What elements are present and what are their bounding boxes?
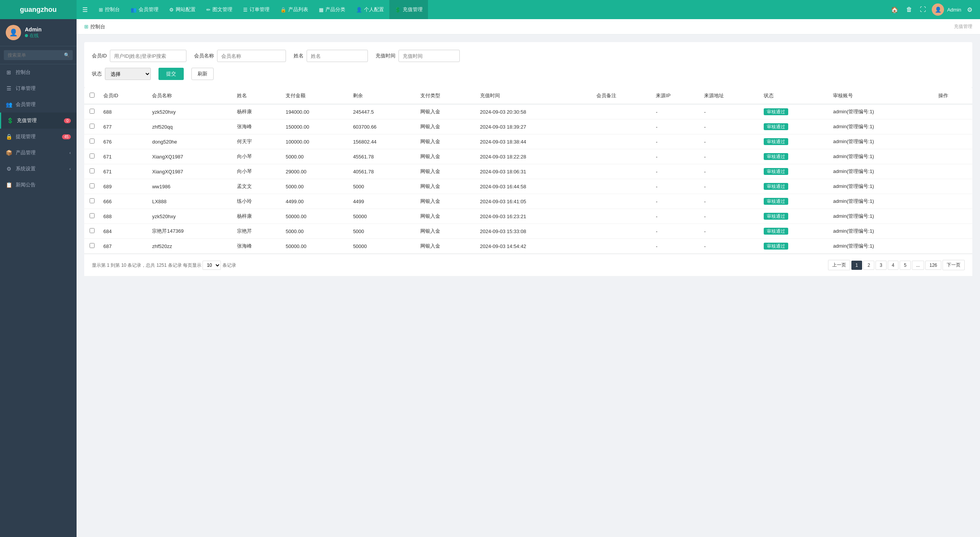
row-select-checkbox[interactable] [90, 228, 95, 233]
nav-item-website[interactable]: ⚙ 网站配置 [164, 0, 201, 19]
page-4-button[interactable]: 4 [888, 261, 899, 270]
sidebar-item-product[interactable]: 📦 产品管理 ‹ [0, 145, 77, 161]
row-remark [593, 164, 652, 179]
row-real-name: 何天宇 [233, 134, 282, 149]
row-select-checkbox[interactable] [90, 139, 95, 144]
table-row: 688 yzk520hxy 杨梓康 194000.00 245447.5 网银入… [84, 104, 972, 119]
row-auditor: admin(管理编号:1) [829, 104, 934, 119]
sidebar-item-settings[interactable]: ⚙ 系统设置 ‹ [0, 161, 77, 177]
search-input[interactable] [4, 50, 73, 60]
nav-item-member[interactable]: 👥 会员管理 [125, 0, 164, 19]
row-select-checkbox[interactable] [90, 109, 95, 114]
records-suffix: 条记录 [222, 263, 236, 268]
row-select-checkbox[interactable] [90, 124, 95, 129]
row-ops [934, 194, 972, 209]
admin-info[interactable]: 👤 Admin [932, 3, 961, 16]
sidebar-item-news[interactable]: 📋 新闻公告 [0, 177, 77, 193]
row-select-checkbox[interactable] [90, 168, 95, 173]
row-status: 审核通过 [760, 179, 829, 194]
sidebar-item-member[interactable]: 👥 会员管理 [0, 96, 77, 113]
row-pay-type: 网银入金 [416, 119, 476, 134]
sidebar-item-withdraw[interactable]: 🔒 提现管理 45 [0, 129, 77, 145]
row-member-name: ww1986 [148, 179, 233, 194]
row-time: 2024-09-03 18:22:28 [476, 149, 593, 164]
sidebar-label-settings: 系统设置 [16, 165, 36, 172]
home-button[interactable]: 🏠 [889, 4, 900, 15]
withdraw-menu-icon: 🔒 [6, 134, 12, 140]
sidebar-item-recharge[interactable]: 💲 充值管理 0 [0, 113, 77, 129]
row-member-id: 684 [100, 224, 148, 239]
pagination-text: 显示第 1 到第 10 条记录，总共 1251 条记录 每页显示 [92, 263, 201, 268]
page-3-button[interactable]: 3 [875, 261, 887, 270]
row-member-id: 671 [100, 149, 148, 164]
content-header: ⊞ 控制台 充值管理 [77, 19, 980, 34]
row-select-checkbox[interactable] [90, 183, 95, 188]
nav-item-content[interactable]: ✏ 图文管理 [201, 0, 238, 19]
row-checkbox [84, 224, 100, 239]
real-name-input[interactable] [307, 50, 368, 62]
page-5-button[interactable]: 5 [900, 261, 911, 270]
row-member-id: 687 [100, 239, 148, 254]
product-arrow-icon: ‹ [69, 150, 71, 155]
nav-items: ⊞ 控制台 👥 会员管理 ⚙ 网站配置 ✏ 图文管理 ☰ 订单管理 🔒 产品列表… [93, 0, 889, 19]
main-layout: 👤 Admin 在线 🔍 ⊞ 控制台 ☰ 订单管理 [0, 19, 980, 537]
nav-label-recharge: 充值管理 [403, 6, 423, 13]
nav-item-product-list[interactable]: 🔒 产品列表 [275, 0, 314, 19]
submit-button[interactable]: 提交 [158, 68, 184, 80]
nav-label-dashboard: 控制台 [105, 6, 120, 13]
status-select[interactable]: 选择 审核通过 待审核 拒绝 [105, 68, 151, 80]
nav-right: 🏠 🗑 ⛶ 👤 Admin ⚙ [889, 3, 980, 16]
row-checkbox [84, 239, 100, 254]
member-name-input[interactable] [217, 50, 286, 62]
table-row: 671 XiangXQ1987 向小琴 29000.00 40561.78 网银… [84, 164, 972, 179]
page-last-button[interactable]: 126 [925, 261, 941, 270]
page-2-button[interactable]: 2 [863, 261, 874, 270]
next-page-button[interactable]: 下一页 [942, 260, 965, 270]
order-icon: ☰ [243, 7, 248, 13]
page-size-select[interactable]: 10 20 50 [203, 261, 221, 270]
nav-item-recharge[interactable]: 💲 充值管理 [389, 0, 428, 19]
member-id-input[interactable] [110, 50, 186, 62]
row-member-id: 688 [100, 104, 148, 119]
content-icon: ✏ [206, 7, 211, 13]
trash-button[interactable]: 🗑 [904, 4, 914, 15]
row-amount: 29000.00 [282, 164, 349, 179]
row-source-addr: - [700, 209, 760, 224]
refresh-button[interactable]: 刷新 [191, 68, 214, 80]
nav-item-product-cat[interactable]: ▦ 产品分类 [314, 0, 351, 19]
prev-page-button[interactable]: 上一页 [828, 260, 850, 270]
table-header-row: 会员ID 会员名称 姓名 支付金额 剩余 支付类型 充值时间 会员备注 来源IP… [84, 88, 972, 104]
personal-icon: 👤 [356, 7, 362, 13]
select-all-checkbox[interactable] [90, 93, 95, 98]
sidebar-item-dashboard[interactable]: ⊞ 控制台 [0, 64, 77, 80]
row-select-checkbox[interactable] [90, 153, 95, 158]
row-source-ip: - [652, 224, 700, 239]
settings-icon[interactable]: ⚙ [965, 4, 974, 15]
sidebar-item-order[interactable]: ☰ 订单管理 [0, 80, 77, 96]
nav-toggle-button[interactable]: ☰ [77, 6, 93, 13]
status-badge: 审核通过 [764, 153, 788, 160]
header-remain: 剩余 [349, 88, 416, 104]
row-remark [593, 179, 652, 194]
nav-label-order: 订单管理 [250, 6, 270, 13]
row-checkbox [84, 194, 100, 209]
row-member-name: zhf520zz [148, 239, 233, 254]
search-icon: 🔍 [64, 52, 70, 58]
row-amount: 5000.00 [282, 149, 349, 164]
sidebar-label-recharge: 充值管理 [17, 117, 37, 124]
nav-item-dashboard[interactable]: ⊞ 控制台 [93, 0, 125, 19]
nav-label-personal: 个人配置 [364, 6, 384, 13]
expand-button[interactable]: ⛶ [918, 4, 928, 15]
recharge-time-input[interactable] [399, 50, 460, 62]
row-select-checkbox[interactable] [90, 243, 95, 248]
nav-label-member: 会员管理 [139, 6, 158, 13]
pagination-info: 显示第 1 到第 10 条记录，总共 1251 条记录 每页显示 10 20 5… [92, 261, 236, 270]
page-1-button[interactable]: 1 [851, 261, 862, 270]
row-member-name: XiangXQ1987 [148, 149, 233, 164]
nav-item-personal[interactable]: 👤 个人配置 [351, 0, 389, 19]
row-status: 审核通过 [760, 149, 829, 164]
row-select-checkbox[interactable] [90, 213, 95, 218]
row-select-checkbox[interactable] [90, 198, 95, 203]
row-amount: 50000.00 [282, 239, 349, 254]
nav-item-order[interactable]: ☰ 订单管理 [238, 0, 275, 19]
